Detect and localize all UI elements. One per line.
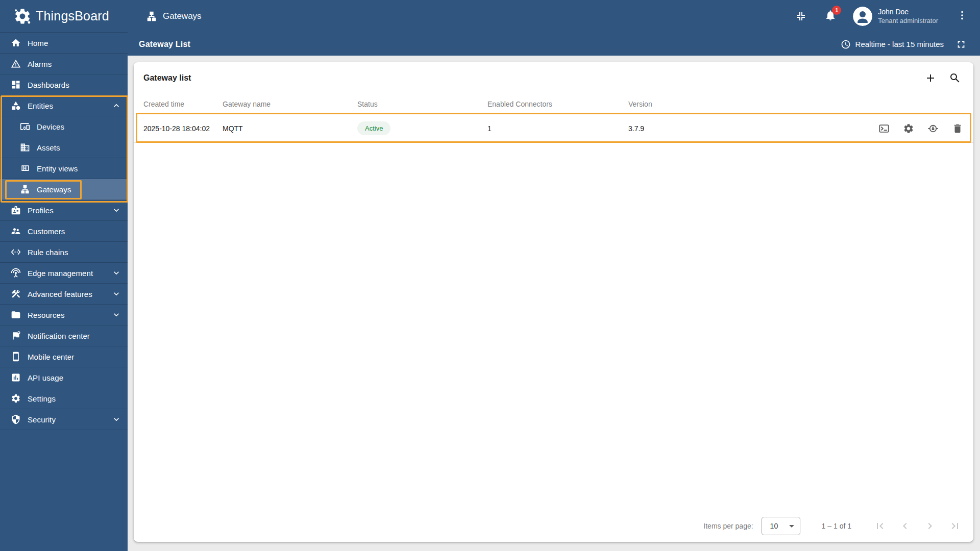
column-gateway-name[interactable]: Gateway name xyxy=(223,100,357,108)
thingsboard-app: ThingsBoard Home Alarms Dashboards Entit… xyxy=(0,0,980,551)
fullscreen-icon[interactable] xyxy=(955,39,967,50)
gateway-settings-button[interactable] xyxy=(903,123,914,134)
dashboard-toolbar: Gateway List Realtime - last 15 minutes xyxy=(128,33,980,56)
dashboard-title: Gateway List xyxy=(139,40,190,49)
user-info[interactable]: John Doe Tenant administrator xyxy=(878,8,938,25)
entities-icon xyxy=(11,101,21,111)
api-usage-icon xyxy=(11,372,21,383)
column-status[interactable]: Status xyxy=(357,100,487,108)
column-version[interactable]: Version xyxy=(628,100,856,108)
table-row[interactable]: 2025-10-28 18:04:02 MQTT Active 1 3.7.9 xyxy=(134,114,973,143)
first-page-icon xyxy=(874,520,886,532)
add-icon xyxy=(924,72,937,84)
sidebar-item-notification-center[interactable]: Notification center xyxy=(0,325,128,346)
timewindow-button[interactable]: Realtime - last 15 minutes xyxy=(841,39,944,49)
app-logo[interactable]: ThingsBoard xyxy=(0,0,128,33)
sidebar-item-resources[interactable]: Resources xyxy=(0,305,128,325)
resources-icon xyxy=(11,310,21,320)
caret-down-icon xyxy=(789,525,794,528)
add-gateway-button[interactable] xyxy=(924,72,937,84)
prev-page-button[interactable] xyxy=(899,520,911,532)
sidebar-item-entity-views[interactable]: Entity views xyxy=(0,158,128,179)
chevron-down-icon xyxy=(111,310,121,320)
sidebar-item-api-usage[interactable]: API usage xyxy=(0,367,128,388)
last-page-icon xyxy=(949,520,961,532)
items-per-page-select[interactable]: 10 xyxy=(762,517,800,535)
customers-icon xyxy=(11,226,21,236)
status-badge: Active xyxy=(357,121,390,135)
assets-icon xyxy=(20,142,30,153)
row-actions xyxy=(856,123,963,134)
prev-page-icon xyxy=(899,520,911,532)
user-name: John Doe xyxy=(878,8,938,17)
sidebar-item-alarms[interactable]: Alarms xyxy=(0,54,128,74)
items-per-page-label: Items per page: xyxy=(703,522,753,530)
chevron-down-icon xyxy=(111,414,121,424)
credentials-icon xyxy=(927,123,939,134)
security-icon xyxy=(11,414,21,424)
home-icon xyxy=(11,38,21,48)
gateways-icon xyxy=(20,184,30,194)
app-title: ThingsBoard xyxy=(36,9,109,23)
search-icon xyxy=(949,72,961,84)
sidebar-item-entities[interactable]: Entities xyxy=(0,95,128,116)
topbar-actions: 1 John Doe Tenant administrator xyxy=(795,7,968,26)
sidebar-item-settings[interactable]: Settings xyxy=(0,388,128,409)
sidebar-item-dashboards[interactable]: Dashboards xyxy=(0,74,128,95)
delete-gateway-button[interactable] xyxy=(952,123,963,134)
widget-title: Gateway list xyxy=(143,73,191,83)
sidebar-item-edge-management[interactable]: Edge management xyxy=(0,263,128,284)
notifications-badge: 1 xyxy=(832,6,841,15)
page-head: Gateways xyxy=(146,11,202,22)
sidebar-item-advanced-features[interactable]: Advanced features xyxy=(0,284,128,305)
terminal-icon xyxy=(878,123,890,134)
paginator: Items per page: 10 1 – 1 of 1 xyxy=(134,510,973,542)
sidebar-item-devices[interactable]: Devices xyxy=(0,116,128,137)
page-range-label: 1 – 1 of 1 xyxy=(822,522,851,530)
sidebar-item-security[interactable]: Security xyxy=(0,409,128,430)
gear-icon xyxy=(903,123,914,134)
last-page-button[interactable] xyxy=(949,520,961,532)
cell-gateway-name: MQTT xyxy=(223,124,357,133)
notifications-button[interactable]: 1 xyxy=(824,9,837,23)
cell-enabled-connectors: 1 xyxy=(487,124,628,133)
search-button[interactable] xyxy=(949,72,961,84)
sidebar-item-home[interactable]: Home xyxy=(0,33,128,54)
chevron-down-icon xyxy=(111,268,121,278)
column-enabled-connectors[interactable]: Enabled Connectors xyxy=(487,100,628,108)
kebab-icon[interactable] xyxy=(957,10,968,23)
sidebar-item-mobile-center[interactable]: Mobile center xyxy=(0,346,128,367)
dashboards-icon xyxy=(11,80,21,90)
page-nav xyxy=(874,520,961,532)
sidebar-item-rule-chains[interactable]: Rule chains xyxy=(0,242,128,263)
alarm-icon xyxy=(11,59,21,69)
next-page-icon xyxy=(924,520,936,532)
page-title: Gateways xyxy=(163,11,202,21)
widget-header: Gateway list xyxy=(134,62,973,94)
mobile-center-icon xyxy=(11,352,21,362)
avatar[interactable] xyxy=(853,7,872,26)
first-page-button[interactable] xyxy=(874,520,886,532)
sidebar: ThingsBoard Home Alarms Dashboards Entit… xyxy=(0,0,128,551)
sidebar-item-gateways[interactable]: Gateways xyxy=(0,179,128,200)
content-area: Gateway list Created time Gateway name S… xyxy=(128,56,980,551)
profiles-icon xyxy=(11,205,21,215)
launch-command-button[interactable] xyxy=(878,123,890,134)
sidebar-item-customers[interactable]: Customers xyxy=(0,221,128,242)
next-page-button[interactable] xyxy=(924,520,936,532)
gateways-icon xyxy=(146,11,157,22)
sidebar-item-profiles[interactable]: Profiles xyxy=(0,200,128,221)
trash-icon xyxy=(952,123,963,134)
sidebar-nav: Home Alarms Dashboards Entities Devices xyxy=(0,33,128,430)
top-header: Gateways 1 John Doe Tenant administrator xyxy=(128,0,980,33)
column-created-time[interactable]: Created time xyxy=(143,100,223,108)
chevron-down-icon xyxy=(111,289,121,299)
sidebar-item-assets[interactable]: Assets xyxy=(0,137,128,158)
notification-center-icon xyxy=(11,331,21,341)
manage-credentials-button[interactable] xyxy=(927,123,939,134)
widget-header-actions xyxy=(924,72,961,84)
table-empty-space xyxy=(134,143,973,510)
cell-version: 3.7.9 xyxy=(628,124,856,133)
collapse-icon[interactable] xyxy=(795,10,807,22)
chevron-up-icon xyxy=(111,101,121,111)
